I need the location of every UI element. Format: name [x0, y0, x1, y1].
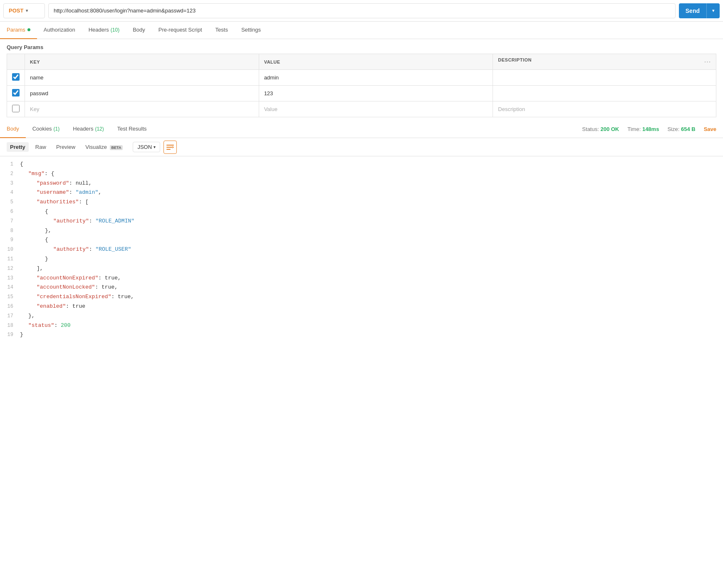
table-row: passwd 123 — [7, 86, 716, 101]
url-input[interactable] — [48, 3, 676, 18]
json-line: 8}, — [0, 226, 723, 236]
resp-tab-test-results[interactable]: Test Results — [111, 121, 154, 138]
table-row-placeholder: Key Value Description — [7, 101, 716, 117]
wrap-button[interactable] — [163, 141, 177, 154]
col-value: VALUE — [259, 54, 493, 70]
json-line: 9{ — [0, 235, 723, 245]
svg-rect-0 — [166, 145, 174, 146]
tab-authorization[interactable]: Authorization — [37, 22, 82, 39]
json-line: 14"accountNonLocked": true, — [0, 283, 723, 292]
beta-badge: BETA — [110, 145, 123, 150]
json-line: 3"password": null, — [0, 179, 723, 188]
json-line: 19} — [0, 330, 723, 340]
json-line: 11} — [0, 254, 723, 264]
json-viewer: 1{2"msg": {3"password": null,4"username"… — [0, 156, 723, 586]
tab-pre-request-script[interactable]: Pre-request Script — [152, 22, 209, 39]
response-view-bar: Pretty Raw Preview Visualize BETA JSON ▾ — [0, 138, 723, 156]
json-line: 6{ — [0, 207, 723, 217]
json-line: 4"username": "admin", — [0, 188, 723, 198]
col-description: DESCRIPTION ··· — [493, 54, 716, 70]
svg-rect-1 — [166, 147, 172, 148]
view-tab-raw[interactable]: Raw — [32, 142, 50, 152]
row1-checkbox[interactable] — [12, 73, 20, 81]
query-params-title: Query Params — [7, 44, 716, 50]
format-selector[interactable]: JSON ▾ — [133, 142, 160, 152]
tab-params[interactable]: Params — [0, 22, 37, 39]
params-dot — [27, 28, 30, 31]
method-label: POST — [9, 7, 23, 14]
json-line: 15"credentialsNonExpired": true, — [0, 292, 723, 302]
view-tab-pretty[interactable]: Pretty — [7, 142, 29, 152]
table-row: name admin — [7, 70, 716, 86]
placeholder-key[interactable]: Key — [25, 101, 259, 117]
params-section: Query Params KEY VALUE DESCRIPTION ··· n… — [0, 39, 723, 117]
response-tabs-bar: Body Cookies (1) Headers (12) Test Resul… — [0, 121, 723, 138]
resp-tab-headers[interactable]: Headers (12) — [66, 121, 110, 138]
format-chevron-icon: ▾ — [154, 145, 156, 149]
row1-checkbox-cell — [7, 70, 25, 86]
json-line: 2"msg": { — [0, 169, 723, 179]
row2-checkbox[interactable] — [12, 89, 20, 96]
json-line: 5"authorities": [ — [0, 198, 723, 207]
status-label: Status: 200 OK — [582, 126, 619, 132]
row1-value[interactable]: admin — [259, 70, 493, 86]
method-chevron-icon: ▾ — [26, 8, 28, 13]
view-tab-preview[interactable]: Preview — [53, 142, 79, 152]
json-line: 10"authority": "ROLE_USER" — [0, 245, 723, 254]
svg-rect-2 — [166, 149, 171, 150]
row2-key[interactable]: passwd — [25, 86, 259, 101]
params-table: KEY VALUE DESCRIPTION ··· name admin — [7, 54, 716, 117]
row2-value[interactable]: 123 — [259, 86, 493, 101]
json-line: 16"enabled": true — [0, 302, 723, 311]
col-checkbox — [7, 54, 25, 70]
row2-description[interactable] — [493, 86, 716, 101]
json-line: 13"accountNonExpired": true, — [0, 274, 723, 283]
tab-headers[interactable]: Headers (10) — [82, 22, 126, 39]
save-button[interactable]: Save — [704, 126, 716, 132]
json-line: 12], — [0, 264, 723, 274]
json-line: 17}, — [0, 311, 723, 321]
json-line: 7"authority": "ROLE_ADMIN" — [0, 217, 723, 226]
size-label: Size: 654 B — [667, 126, 695, 132]
response-status: Status: 200 OK Time: 148ms Size: 654 B S… — [582, 126, 723, 132]
top-bar: POST ▾ Send ▾ — [0, 0, 723, 22]
placeholder-checkbox-cell — [7, 101, 25, 117]
resp-tab-body[interactable]: Body — [0, 121, 26, 138]
more-options-icon[interactable]: ··· — [704, 57, 711, 66]
row1-key[interactable]: name — [25, 70, 259, 86]
placeholder-value[interactable]: Value — [259, 101, 493, 117]
resp-tab-cookies[interactable]: Cookies (1) — [26, 121, 67, 138]
send-dropdown-icon[interactable]: ▾ — [706, 3, 720, 18]
tab-body[interactable]: Body — [126, 22, 152, 39]
row1-description[interactable] — [493, 70, 716, 86]
json-line: 1{ — [0, 160, 723, 169]
send-button[interactable]: Send ▾ — [679, 3, 720, 18]
placeholder-description[interactable]: Description — [493, 101, 716, 117]
time-label: Time: 148ms — [627, 126, 659, 132]
col-key: KEY — [25, 54, 259, 70]
view-tab-visualize[interactable]: Visualize BETA — [82, 142, 126, 152]
method-selector[interactable]: POST ▾ — [3, 3, 45, 18]
request-tabs: Params Authorization Headers (10) Body P… — [0, 22, 723, 39]
placeholder-checkbox[interactable] — [12, 105, 20, 112]
json-line: 18"status": 200 — [0, 321, 723, 331]
send-label: Send — [679, 7, 706, 14]
tab-settings[interactable]: Settings — [235, 22, 267, 39]
tab-tests[interactable]: Tests — [209, 22, 235, 39]
row2-checkbox-cell — [7, 86, 25, 101]
